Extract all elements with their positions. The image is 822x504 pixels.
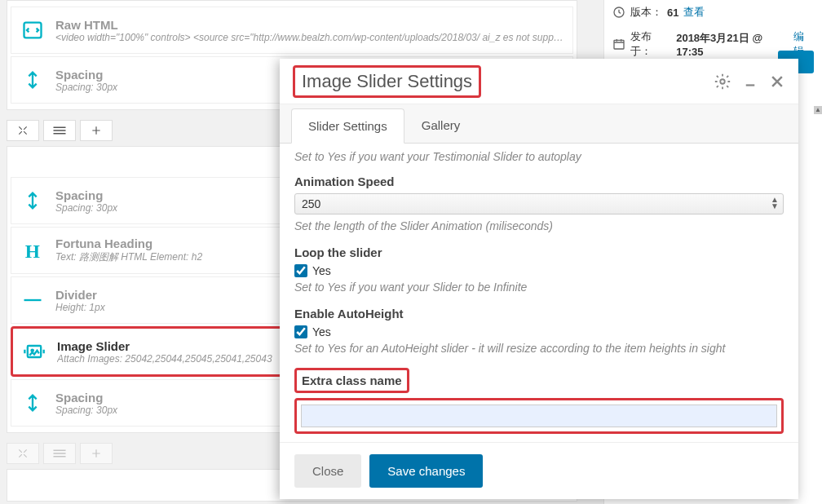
extra-class-input[interactable] xyxy=(301,405,777,427)
publish-label: 发布于： xyxy=(630,29,671,59)
animation-speed-field: Animation Speed 250 ▲▼ Set the length of… xyxy=(294,175,784,232)
heading-icon: H xyxy=(18,236,47,265)
scroll-up-icon[interactable]: ▲ xyxy=(814,106,822,114)
loop-checkbox-label[interactable]: Yes xyxy=(312,264,331,277)
version-row: 版本： 61 查看 xyxy=(612,0,814,24)
sidebar-scrollbar[interactable]: ▲ xyxy=(814,106,822,302)
loop-checkbox-row: Yes xyxy=(294,264,784,277)
tab-slider-settings[interactable]: Slider Settings xyxy=(291,108,404,144)
modal-header: Image Slider Settings xyxy=(280,59,798,104)
spacing-icon xyxy=(18,186,47,215)
modal-body[interactable]: Set to Yes if you want your Testimonial … xyxy=(280,144,798,442)
add-button[interactable] xyxy=(80,443,113,464)
autoheight-checkbox[interactable] xyxy=(294,325,307,338)
block-subtitle: <video width="100%" controls> <source sr… xyxy=(55,32,566,43)
spacing-icon xyxy=(18,65,47,95)
version-label: 版本： xyxy=(630,5,662,20)
calendar-icon xyxy=(612,38,625,51)
animation-speed-select[interactable]: 250 xyxy=(294,193,784,214)
autoheight-hint: Set to Yes for an AutoHeight slider - it… xyxy=(294,342,784,355)
animation-speed-hint: Set the length of the Slider Animation (… xyxy=(294,219,784,232)
loop-field: Loop the slider Yes Set to Yes if you wa… xyxy=(294,245,784,294)
svg-point-6 xyxy=(720,79,725,84)
autoheight-checkbox-label[interactable]: Yes xyxy=(312,325,331,338)
slider-icon xyxy=(20,337,49,366)
drag-button[interactable] xyxy=(43,443,76,464)
animation-speed-select-wrap: 250 ▲▼ xyxy=(294,193,784,214)
divider-icon xyxy=(18,285,47,315)
spacing-icon xyxy=(18,388,47,418)
loop-label: Loop the slider xyxy=(294,245,784,259)
svg-rect-1 xyxy=(614,40,624,49)
save-button[interactable]: Save changes xyxy=(369,454,483,488)
loop-checkbox[interactable] xyxy=(294,264,307,277)
animation-speed-label: Animation Speed xyxy=(294,175,784,188)
modal-tabs: Slider Settings Gallery xyxy=(280,104,798,144)
minimize-icon[interactable] xyxy=(743,74,758,89)
modal-header-actions xyxy=(714,73,785,91)
close-icon[interactable] xyxy=(769,73,785,90)
history-icon xyxy=(612,6,625,19)
svg-text:H: H xyxy=(25,241,40,262)
drag-button[interactable] xyxy=(43,120,76,141)
block-title: Raw HTML xyxy=(55,18,566,32)
autoheight-label: Enable AutoHeight xyxy=(294,307,784,321)
tab-gallery[interactable]: Gallery xyxy=(404,108,478,143)
autoheight-field: Enable AutoHeight Yes Set to Yes for an … xyxy=(294,307,784,355)
gear-icon[interactable] xyxy=(714,73,731,91)
block-raw-html[interactable]: Raw HTML <video width="100%" controls> <… xyxy=(11,7,573,54)
extra-class-highlight xyxy=(294,398,784,434)
version-value: 61 xyxy=(667,7,678,19)
add-button[interactable] xyxy=(80,120,113,141)
expand-button[interactable] xyxy=(7,443,39,464)
expand-button[interactable] xyxy=(7,120,39,141)
modal-title: Image Slider Settings xyxy=(293,65,481,98)
settings-modal: Image Slider Settings Slider Settings Ga… xyxy=(280,59,798,499)
version-link[interactable]: 查看 xyxy=(683,5,705,20)
publish-value: 2018年3月21日 @ 17:35 xyxy=(676,31,789,58)
extra-class-field: Extra class name xyxy=(294,368,784,434)
extra-class-label: Extra class name xyxy=(294,368,409,393)
html-icon xyxy=(18,15,47,45)
close-button[interactable]: Close xyxy=(294,454,361,488)
modal-footer: Close Save changes xyxy=(280,442,798,499)
autoplay-hint: Set to Yes if you want your Testimonial … xyxy=(294,150,784,163)
block-content: Raw HTML <video width="100%" controls> <… xyxy=(55,18,566,43)
autoheight-checkbox-row: Yes xyxy=(294,325,784,338)
loop-hint: Set to Yes if you want your Slider to be… xyxy=(294,281,784,294)
